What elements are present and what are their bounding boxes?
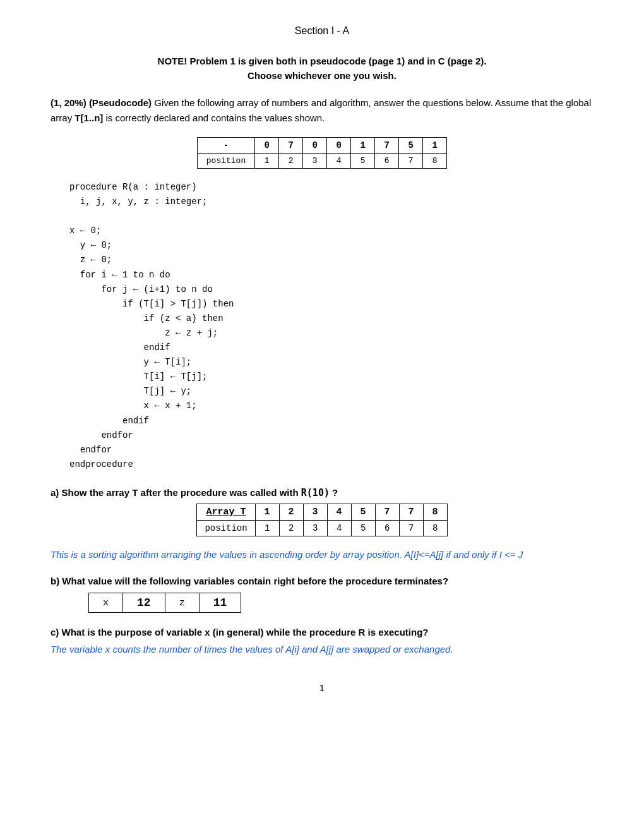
qa-answer-text: This is a sorting algorithm arranging th… [51, 549, 523, 560]
qa-call: R(10) [301, 487, 330, 499]
position-cell: 1 [255, 154, 279, 169]
answer-col: 8 [423, 504, 447, 520]
question-c-answer: The variable x counts the number of time… [51, 643, 593, 657]
question-a-answer: This is a sorting algorithm arranging th… [51, 548, 593, 562]
position-label: position [197, 520, 255, 536]
qa-bold: a) [51, 487, 59, 498]
title-text: Section I - A [295, 25, 349, 36]
x-label: x [89, 593, 123, 613]
answer-col: 3 [303, 504, 327, 520]
page-number: 1 [51, 682, 593, 693]
answer-col: 5 [351, 504, 375, 520]
array-cell: 0 [303, 138, 327, 154]
position-cell: 5 [351, 154, 375, 169]
answer-col: 1 [255, 504, 279, 520]
position-cell: 6 [375, 520, 399, 536]
initial-array-table: - 0 7 0 0 1 7 5 1 position 1 2 3 4 5 6 7… [197, 137, 447, 169]
position-cell: 4 [327, 154, 351, 169]
array-cell: 0 [327, 138, 351, 154]
z-label: z [165, 593, 199, 613]
position-cell: 2 [279, 154, 303, 169]
position-cell: 6 [375, 154, 399, 169]
qa-text: Show the array T after the procedure was… [62, 487, 338, 498]
question-c-label: c) What is the purpose of variable x (in… [51, 627, 593, 638]
position-cell: 2 [279, 520, 303, 536]
page-title: Section I - A [51, 25, 593, 37]
problem-label: (1, 20%) [51, 97, 86, 108]
array-cell: - [197, 138, 254, 154]
position-cell: 3 [303, 520, 327, 536]
answer-col: 4 [327, 504, 351, 520]
position-cell: 7 [399, 520, 423, 536]
answer-pos-row: position 1 2 3 4 5 6 7 8 [197, 520, 447, 536]
question-a-label: a) Show the array T after the procedure … [51, 487, 593, 499]
x-value: 12 [123, 593, 165, 613]
answer-b-table: x 12 z 11 [88, 593, 241, 613]
array-position-row: position 1 2 3 4 5 6 7 8 [197, 154, 446, 169]
array-value-row: - 0 7 0 0 1 7 5 1 [197, 138, 446, 154]
answer-col: 2 [279, 504, 303, 520]
question-b-label: b) What value will the following variabl… [51, 576, 593, 586]
array-cell: 7 [375, 138, 399, 154]
position-cell: 7 [399, 154, 423, 169]
position-cell: 8 [423, 520, 447, 536]
qb-bold: b) [51, 576, 59, 586]
array-cell: 1 [423, 138, 447, 154]
question-c: c) What is the purpose of variable x (in… [51, 627, 593, 657]
array-cell: 7 [279, 138, 303, 154]
position-cell: 3 [303, 154, 327, 169]
position-cell: 8 [423, 154, 447, 169]
answer-col: 7 [399, 504, 423, 520]
problem-type-label: (Pseudocode) [89, 97, 152, 108]
answer-table-wrap: x 12 z 11 [88, 593, 593, 613]
position-cell: 5 [351, 520, 375, 536]
answer-array-table: Array T 1 2 3 4 5 7 7 8 position 1 2 3 4… [196, 504, 447, 536]
answer-header-row: Array T 1 2 3 4 5 7 7 8 [197, 504, 447, 520]
answer-array-wrap: Array T 1 2 3 4 5 7 7 8 position 1 2 3 4… [51, 504, 593, 536]
note-block: NOTE! Problem 1 is given both in pseudoc… [51, 54, 593, 83]
qb-text: What value will the following variables … [62, 576, 448, 586]
array-cell: 5 [399, 138, 423, 154]
position-cell: 1 [255, 520, 279, 536]
answer-col: 7 [375, 504, 399, 520]
position-label: position [197, 154, 254, 169]
array-t-label: Array T [197, 504, 255, 520]
note-line2: Choose whichever one you wish. [51, 69, 593, 83]
question-b: b) What value will the following variabl… [51, 576, 593, 613]
array-cell: 0 [255, 138, 279, 154]
qc-text: What is the purpose of variable x (in ge… [62, 627, 429, 638]
code-block: procedure R(a : integer) i, j, x, y, z :… [69, 180, 593, 472]
question-a: a) Show the array T after the procedure … [51, 487, 593, 562]
initial-array-wrap: - 0 7 0 0 1 7 5 1 position 1 2 3 4 5 6 7… [51, 137, 593, 169]
bold-T: T[1..n] [75, 112, 103, 123]
note-line1: NOTE! Problem 1 is given both in pseudoc… [51, 54, 593, 69]
position-cell: 4 [327, 520, 351, 536]
problem-intro: (1, 20%) (Pseudocode) Given the followin… [51, 95, 593, 126]
z-value: 11 [199, 593, 241, 613]
array-cell: 1 [351, 138, 375, 154]
answer-b-row: x 12 z 11 [89, 593, 241, 613]
qa-T-bold: T [132, 487, 138, 498]
qc-bold: c) [51, 627, 59, 638]
